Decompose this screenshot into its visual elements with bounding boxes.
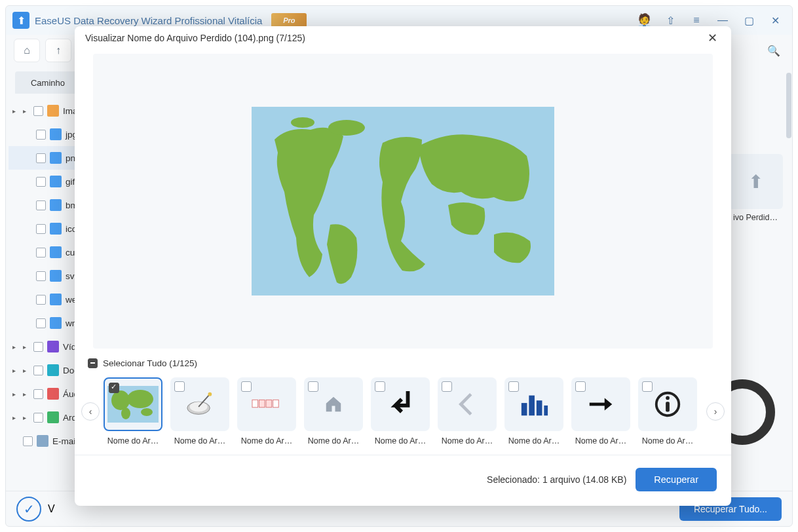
svg-rect-14 bbox=[266, 400, 272, 408]
scan-status: V bbox=[48, 503, 55, 515]
bg-thumb[interactable]: ⬆ivo Perdid… bbox=[728, 154, 783, 222]
thumb-checkbox[interactable] bbox=[308, 381, 318, 392]
thumb-checkbox[interactable] bbox=[174, 381, 185, 392]
thumbnail-item[interactable]: Nome do Ar… bbox=[504, 377, 563, 446]
tree-checkbox[interactable] bbox=[23, 436, 33, 446]
svg-rect-16 bbox=[522, 403, 527, 415]
maximize-button[interactable]: ▢ bbox=[738, 10, 759, 31]
tree-checkbox[interactable] bbox=[36, 318, 46, 328]
select-all-row: Selecionar Tudo (1/125) bbox=[75, 355, 731, 371]
tree-checkbox[interactable] bbox=[36, 130, 46, 140]
thumbnail-item[interactable]: Nome do Ar… bbox=[638, 377, 697, 446]
thumbnail-item[interactable]: Nome do Ar… bbox=[104, 377, 162, 446]
tree-checkbox[interactable] bbox=[36, 295, 46, 305]
select-all-checkbox[interactable] bbox=[88, 358, 98, 368]
search-icon[interactable]: 🔍 bbox=[763, 40, 784, 61]
thumb-label: Nome do Ar… bbox=[638, 436, 697, 446]
home-button[interactable]: ⌂ bbox=[14, 39, 40, 62]
tree-checkbox[interactable] bbox=[33, 413, 43, 423]
thumbnail-item[interactable]: Nome do Ar… bbox=[237, 377, 296, 446]
tree-checkbox[interactable] bbox=[36, 153, 46, 163]
tree-checkbox[interactable] bbox=[36, 224, 46, 234]
strip-prev-button[interactable]: ‹ bbox=[81, 402, 100, 421]
preview-area bbox=[93, 54, 713, 349]
svg-point-5 bbox=[127, 390, 153, 408]
scrollbar[interactable] bbox=[786, 66, 792, 491]
thumb-label: Nome do Ar… bbox=[104, 436, 162, 446]
thumb-checkbox[interactable] bbox=[642, 381, 653, 392]
thumbnail-item[interactable]: Nome do Ar… bbox=[304, 377, 363, 446]
recover-button[interactable]: Recuperar bbox=[636, 468, 717, 491]
svg-rect-23 bbox=[666, 402, 670, 411]
tree-checkbox[interactable] bbox=[33, 366, 43, 375]
tree-checkbox[interactable] bbox=[36, 248, 46, 257]
thumb-chevrons-icon bbox=[452, 389, 482, 419]
expand-icon[interactable]: ▸ bbox=[12, 367, 19, 374]
modal-footer: Selecionado: 1 arquivo (14.08 KB) Recupe… bbox=[75, 455, 731, 503]
tab-path[interactable]: Caminho bbox=[15, 71, 81, 94]
tree-label: gif bbox=[66, 177, 75, 187]
bg-thumb-label: ivo Perdid… bbox=[728, 213, 783, 222]
svg-rect-19 bbox=[544, 406, 548, 415]
thumb-dish-icon bbox=[185, 389, 215, 419]
thumb-label: Nome do Ar… bbox=[438, 436, 497, 446]
svg-rect-17 bbox=[529, 396, 535, 416]
svg-point-2 bbox=[291, 117, 314, 128]
scrollbar-thumb[interactable] bbox=[786, 73, 791, 138]
thumb-checkbox[interactable] bbox=[508, 381, 519, 392]
modal-close-button[interactable]: ✕ bbox=[704, 29, 721, 47]
tree-checkbox[interactable] bbox=[33, 389, 43, 399]
folder-icon bbox=[47, 388, 59, 400]
tree-checkbox[interactable] bbox=[36, 177, 46, 187]
tree-checkbox[interactable] bbox=[33, 342, 43, 352]
thumb-label: Nome do Ar… bbox=[571, 436, 630, 446]
complete-check-icon: ✓ bbox=[16, 497, 41, 522]
folder-icon bbox=[50, 128, 62, 140]
expand-icon[interactable]: ▸ bbox=[12, 343, 19, 351]
folder-icon bbox=[50, 176, 62, 187]
strip-next-button[interactable]: › bbox=[706, 402, 725, 421]
bg-thumb-box: ⬆ bbox=[728, 154, 783, 209]
thumb-box bbox=[571, 377, 630, 431]
up-button[interactable]: ↑ bbox=[45, 39, 71, 62]
folder-icon bbox=[50, 199, 62, 211]
svg-point-1 bbox=[328, 120, 365, 136]
svg-rect-18 bbox=[537, 400, 542, 415]
thumb-info-icon bbox=[653, 389, 683, 419]
svg-point-4 bbox=[111, 390, 130, 410]
thumb-bars-icon bbox=[519, 389, 549, 419]
svg-point-7 bbox=[141, 408, 153, 416]
expand-icon[interactable]: ▸ bbox=[12, 107, 19, 115]
thumbnail-item[interactable]: Nome do Ar… bbox=[170, 377, 229, 446]
expand-icon[interactable]: ▸ bbox=[12, 414, 19, 421]
folder-icon bbox=[50, 270, 62, 282]
thumbnail-strip: ‹ Nome do Ar…Nome do Ar…Nome do Ar…Nome … bbox=[75, 371, 731, 448]
thumbnail-item[interactable]: Nome do Ar… bbox=[571, 377, 630, 446]
folder-icon bbox=[47, 341, 59, 352]
tree-checkbox[interactable] bbox=[33, 106, 43, 116]
svg-rect-13 bbox=[259, 400, 265, 408]
tree-checkbox[interactable] bbox=[36, 200, 46, 210]
folder-icon bbox=[50, 152, 62, 164]
preview-modal: Visualizar Nome do Arquivo Perdido (104)… bbox=[75, 26, 731, 506]
thumb-checkbox[interactable] bbox=[109, 383, 119, 393]
thumb-box bbox=[170, 377, 229, 431]
close-button[interactable]: ✕ bbox=[765, 10, 786, 31]
expand-icon[interactable]: ▸ bbox=[12, 390, 19, 398]
folder-icon bbox=[47, 364, 59, 376]
svg-point-6 bbox=[121, 408, 130, 419]
preview-image-worldmap bbox=[252, 107, 554, 295]
thumb-checkbox[interactable] bbox=[575, 381, 586, 392]
folder-icon bbox=[50, 294, 62, 305]
thumb-checkbox[interactable] bbox=[241, 381, 252, 392]
thumbnail-item[interactable]: Nome do Ar… bbox=[371, 377, 430, 446]
thumb-checkbox[interactable] bbox=[442, 381, 452, 392]
modal-header: Visualizar Nome do Arquivo Perdido (104)… bbox=[75, 26, 731, 50]
thumb-boxes-icon bbox=[252, 389, 282, 419]
thumb-box bbox=[438, 377, 497, 431]
svg-point-9 bbox=[190, 402, 208, 411]
thumbnail-item[interactable]: Nome do Ar… bbox=[438, 377, 497, 446]
thumb-label: Nome do Ar… bbox=[304, 436, 363, 446]
tree-checkbox[interactable] bbox=[36, 271, 46, 281]
thumb-checkbox[interactable] bbox=[375, 381, 385, 392]
